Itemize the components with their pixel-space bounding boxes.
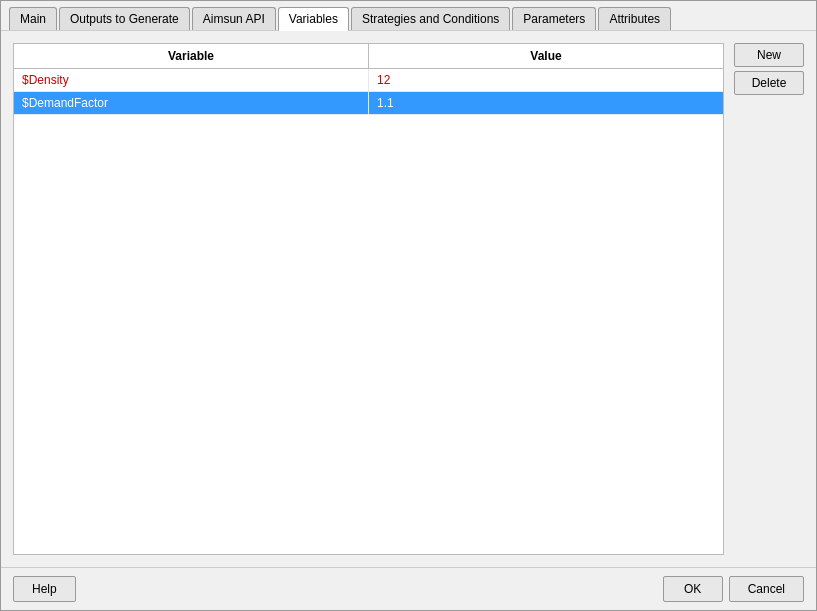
right-buttons: New Delete [734,43,804,555]
help-button[interactable]: Help [13,576,76,602]
tab-main[interactable]: Main [9,7,57,30]
footer-right-buttons: OK Cancel [663,576,804,602]
tab-parameters[interactable]: Parameters [512,7,596,30]
cell-value: 12 [369,69,723,91]
tab-strategies[interactable]: Strategies and Conditions [351,7,510,30]
footer: Help OK Cancel [1,567,816,610]
cell-variable: $Density [14,69,369,91]
dialog: Main Outputs to Generate Aimsun API Vari… [0,0,817,611]
column-value: Value [369,44,723,68]
delete-button[interactable]: Delete [734,71,804,95]
tab-variables[interactable]: Variables [278,7,349,31]
tab-bar: Main Outputs to Generate Aimsun API Vari… [1,1,816,31]
column-variable: Variable [14,44,369,68]
table-body: $Density 12 $DemandFactor 1.1 [14,69,723,554]
tab-aimsun-api[interactable]: Aimsun API [192,7,276,30]
cell-variable: $DemandFactor [14,92,369,114]
tab-outputs[interactable]: Outputs to Generate [59,7,190,30]
table-row[interactable]: $DemandFactor 1.1 [14,92,723,115]
ok-button[interactable]: OK [663,576,723,602]
cell-value: 1.1 [369,92,723,114]
table-row[interactable]: $Density 12 [14,69,723,92]
variables-table: Variable Value $Density 12 $DemandFactor… [13,43,724,555]
table-header: Variable Value [14,44,723,69]
tab-attributes[interactable]: Attributes [598,7,671,30]
new-button[interactable]: New [734,43,804,67]
content-area: Variable Value $Density 12 $DemandFactor… [1,31,816,567]
cancel-button[interactable]: Cancel [729,576,804,602]
